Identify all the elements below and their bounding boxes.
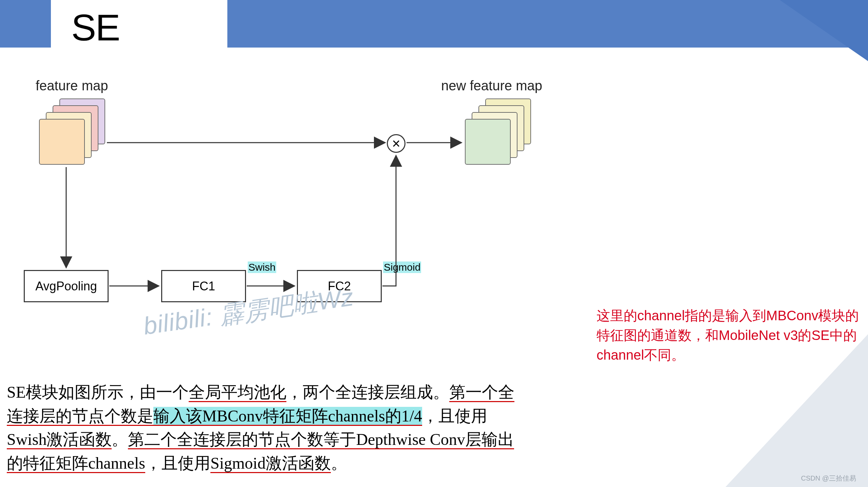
header-corner-wedge (780, 0, 868, 61)
t: SE模块如图所示，由一个 (7, 383, 189, 401)
t-underline: 全局平均池化 (189, 383, 286, 402)
t: ，且使用 (422, 407, 487, 425)
csdn-watermark: CSDN @三拾佳易 (801, 474, 856, 483)
t: ，且使用 (145, 454, 210, 472)
page-title: SE (71, 6, 120, 49)
t-underline-highlight: 输入该MBConv特征矩阵channels的1/4 (153, 407, 422, 426)
t: ，两个全连接层组成。 (286, 383, 449, 401)
t: 。 (112, 430, 128, 448)
t-underline: Sigmoid激活函数 (210, 454, 331, 473)
title-box: SE (51, 0, 227, 54)
corner-triangle (725, 334, 868, 487)
t: 。 (331, 454, 347, 472)
t-underline: Swish激活函数 (7, 430, 112, 449)
body-text: SE模块如图所示，由一个全局平均池化，两个全连接层组成。第一个全连接层的节点个数… (7, 380, 526, 475)
